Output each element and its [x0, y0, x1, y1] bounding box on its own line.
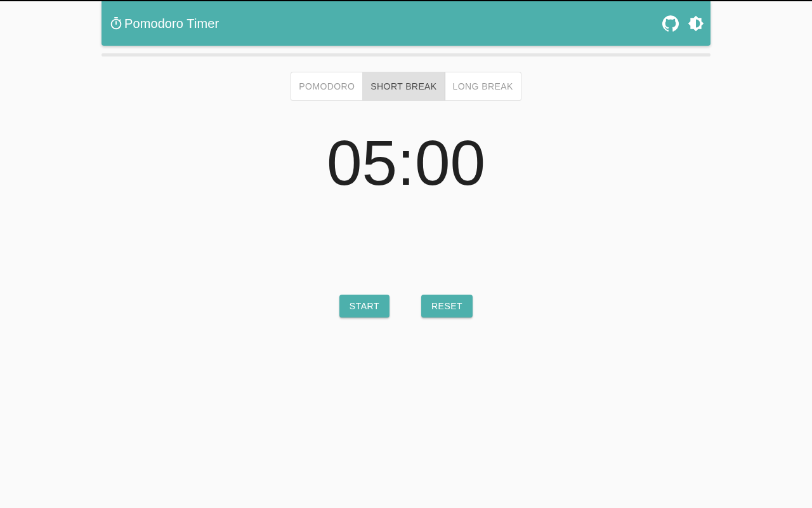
- tabs-container: POMODORO SHORT BREAK LONG BREAK: [0, 72, 812, 101]
- progress-bar: [102, 53, 710, 57]
- mode-tabs: POMODORO SHORT BREAK LONG BREAK: [291, 72, 521, 101]
- tab-label: LONG BREAK: [453, 81, 513, 91]
- tab-label: SHORT BREAK: [370, 81, 436, 91]
- timer-display: 05:00: [0, 126, 812, 199]
- app-bar-right: [662, 15, 704, 32]
- tab-short-break[interactable]: SHORT BREAK: [363, 72, 445, 100]
- controls: START RESET: [0, 295, 812, 318]
- app-bar: Pomodoro Timer: [102, 1, 710, 46]
- timer-icon: [109, 17, 123, 30]
- tab-pomodoro[interactable]: POMODORO: [291, 72, 363, 100]
- app-bar-left: Pomodoro Timer: [109, 17, 219, 31]
- tab-label: POMODORO: [299, 81, 355, 91]
- app-title: Pomodoro Timer: [124, 17, 219, 31]
- github-icon[interactable]: [662, 15, 679, 32]
- reset-button[interactable]: RESET: [421, 295, 473, 318]
- start-button[interactable]: START: [339, 295, 390, 318]
- theme-toggle-icon[interactable]: [688, 15, 704, 32]
- tab-long-break[interactable]: LONG BREAK: [445, 72, 521, 100]
